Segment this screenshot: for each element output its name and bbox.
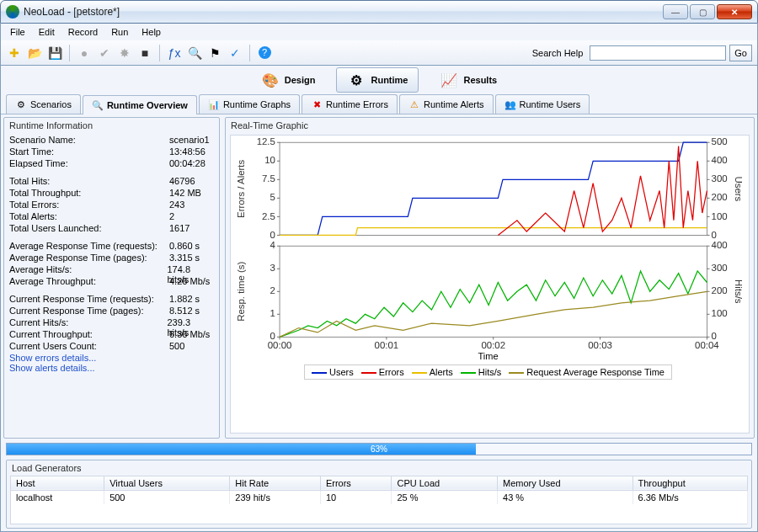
- close-button[interactable]: ✕: [717, 4, 752, 19]
- tab-label: Runtime Users: [520, 99, 581, 109]
- titlebar: NeoLoad - [petstore*] — ▢ ✕: [0, 0, 758, 24]
- info-value: 13:48:56: [169, 146, 206, 158]
- svg-text:Hits/s: Hits/s: [734, 279, 742, 304]
- section-results[interactable]: 📈 Results: [429, 67, 508, 93]
- svg-text:0: 0: [270, 230, 275, 240]
- svg-text:100: 100: [712, 211, 728, 221]
- svg-text:5: 5: [270, 192, 275, 202]
- overview-icon: 🔍: [92, 99, 104, 111]
- show-alerts-link[interactable]: Show alerts details...: [9, 363, 214, 373]
- tab-runtime-graphs[interactable]: 📊Runtime Graphs: [199, 94, 300, 114]
- tab-runtime-overview[interactable]: 🔍Runtime Overview: [83, 95, 197, 114]
- section-label: Runtime: [371, 75, 408, 85]
- new-icon[interactable]: ✚: [6, 45, 23, 61]
- panel-title: Load Generators: [7, 460, 751, 476]
- info-value: 174.8 hits/s: [167, 264, 214, 276]
- find-icon[interactable]: 🔍: [186, 45, 203, 61]
- column-header[interactable]: CPU Load: [392, 476, 498, 490]
- search-input[interactable]: [590, 45, 726, 61]
- column-header[interactable]: Throughput: [633, 476, 747, 490]
- info-label: Total Errors:: [9, 200, 169, 211]
- open-icon[interactable]: 📂: [26, 45, 43, 61]
- minimize-button[interactable]: —: [663, 4, 688, 19]
- info-value: 00:04:28: [169, 158, 206, 170]
- stop-icon[interactable]: ■: [136, 45, 153, 61]
- legend-item: Users: [312, 367, 354, 377]
- info-label: Current Users Count:: [9, 341, 169, 353]
- column-header[interactable]: Hit Rate: [230, 476, 321, 490]
- info-label: Elapsed Time:: [9, 158, 169, 170]
- table-cell: 239 hit/s: [230, 490, 321, 504]
- go-button[interactable]: Go: [729, 45, 752, 61]
- column-header[interactable]: Errors: [320, 476, 392, 490]
- record-icon[interactable]: ●: [76, 45, 93, 61]
- info-row: Scenario Name:scenario1: [9, 135, 214, 146]
- svg-text:00:03: 00:03: [588, 340, 612, 350]
- info-label: Current Response Time (pages):: [9, 306, 169, 317]
- info-value: 142 MB: [169, 188, 201, 200]
- info-label: Scenario Name:: [9, 135, 169, 146]
- info-row: Current Response Time (pages):8.512 s: [9, 306, 214, 317]
- info-label: Total Hits:: [9, 176, 169, 188]
- chart-body: 02.557.51012.50100200300400500Errors / A…: [230, 135, 750, 434]
- column-header[interactable]: Host: [11, 476, 104, 490]
- svg-text:100: 100: [712, 308, 728, 318]
- save-icon[interactable]: 💾: [46, 45, 63, 61]
- validate-icon[interactable]: ✓: [227, 45, 243, 61]
- tab-scenarios[interactable]: ⚙Scenarios: [6, 94, 81, 114]
- section-runtime[interactable]: ⚙ Runtime: [336, 67, 419, 93]
- x-axis-label: Time: [234, 351, 742, 361]
- menu-help[interactable]: Help: [136, 25, 167, 39]
- info-value: 243: [169, 200, 184, 211]
- chart-panel: Real-Time Graphic 02.557.51012.501002003…: [225, 117, 755, 439]
- info-label: Start Time:: [9, 146, 169, 158]
- fx-icon[interactable]: ƒx: [166, 45, 183, 61]
- info-value: 1617: [169, 223, 190, 235]
- table-header-row: HostVirtual UsersHit RateErrorsCPU LoadM…: [11, 476, 748, 490]
- svg-text:400: 400: [712, 241, 728, 250]
- table-cell: 25 %: [392, 490, 498, 504]
- window-title: NeoLoad - [petstore*]: [24, 6, 663, 18]
- info-value: 2: [169, 211, 174, 223]
- column-header[interactable]: Memory Used: [498, 476, 633, 490]
- flag-icon[interactable]: ⚑: [206, 45, 223, 61]
- menu-file[interactable]: File: [4, 25, 31, 39]
- tab-runtime-alerts[interactable]: ⚠Runtime Alerts: [399, 94, 494, 114]
- maximize-button[interactable]: ▢: [690, 4, 715, 19]
- info-label: Current Hits/s:: [9, 317, 167, 329]
- section-design[interactable]: 🎨 Design: [250, 67, 327, 93]
- info-label: Average Throughput:: [9, 276, 169, 288]
- bug-icon[interactable]: ✸: [116, 45, 133, 61]
- info-row: Start Time:13:48:56: [9, 146, 214, 158]
- menubar: File Edit Record Run Help: [0, 24, 758, 40]
- runtime-icon: ⚙: [347, 71, 366, 89]
- svg-text:00:04: 00:04: [695, 340, 719, 350]
- info-value: 6.36 Mb/s: [169, 329, 210, 341]
- info-row: Current Hits/s:239.3 hits/s: [9, 317, 214, 329]
- tab-runtime-errors[interactable]: ✖Runtime Errors: [302, 94, 398, 114]
- info-row: Current Response Time (requests):1.882 s: [9, 294, 214, 306]
- menu-record[interactable]: Record: [62, 25, 104, 39]
- table-cell: 10: [320, 490, 392, 504]
- load-generators-table: HostVirtual UsersHit RateErrorsCPU LoadM…: [10, 476, 748, 525]
- info-value: 0.860 s: [169, 241, 200, 253]
- show-errors-link[interactable]: Show errors details...: [9, 353, 214, 363]
- column-header[interactable]: Virtual Users: [104, 476, 230, 490]
- svg-text:Resp. time (s): Resp. time (s): [236, 261, 246, 321]
- info-row: Total Hits:46796: [9, 176, 214, 188]
- progress-label: 63%: [7, 444, 751, 455]
- table-cell: localhost: [11, 490, 104, 504]
- help-icon[interactable]: ?: [256, 45, 273, 61]
- svg-text:2.5: 2.5: [262, 211, 275, 221]
- menu-edit[interactable]: Edit: [33, 25, 61, 39]
- tab-runtime-users[interactable]: 👥Runtime Users: [495, 94, 590, 114]
- info-row: Elapsed Time:00:04:28: [9, 158, 214, 170]
- menu-run[interactable]: Run: [105, 25, 134, 39]
- toolbar: ✚ 📂 💾 ● ✔ ✸ ■ ƒx 🔍 ⚑ ✓ ? Search Help Go: [0, 40, 758, 66]
- info-value: 4.26 Mb/s: [169, 276, 210, 288]
- table-row[interactable]: localhost500239 hit/s1025 %43 %6.36 Mb/s: [11, 490, 748, 504]
- check-icon[interactable]: ✔: [96, 45, 113, 61]
- info-label: Average Hits/s:: [9, 264, 167, 276]
- table-cell: 6.36 Mb/s: [633, 490, 747, 504]
- chart-top: 02.557.51012.50100200300400500Errors / A…: [234, 137, 742, 241]
